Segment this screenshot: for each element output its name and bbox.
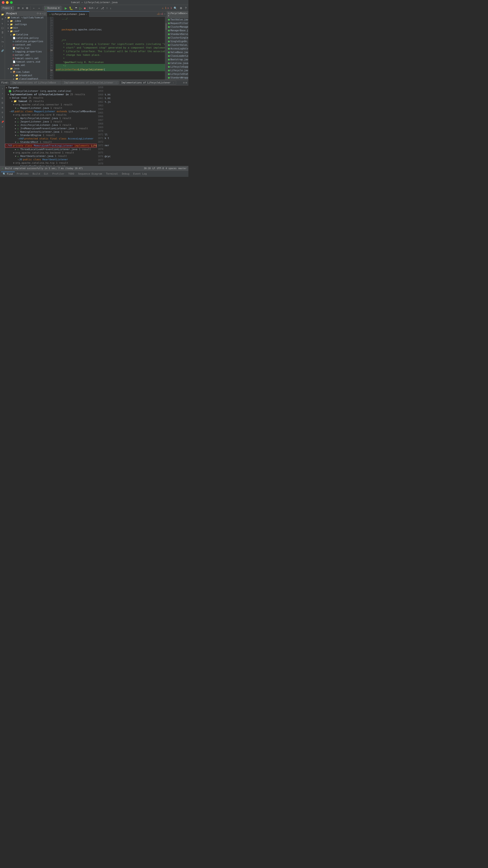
- maximize-button[interactable]: [10, 1, 13, 4]
- results-down-icon[interactable]: ↓: [0, 91, 4, 95]
- run2-button[interactable]: ▷: [79, 6, 83, 10]
- results-filter-icon[interactable]: ⚙: [0, 96, 4, 100]
- results-naming-file[interactable]: ▶☕ NamingContextListener.java 1 result: [5, 130, 97, 133]
- list-item[interactable]: ▶📁classloadtest: [5, 77, 47, 80]
- tree-root[interactable]: ▼ 📁 tomcat ~/gitlab/tomcat: [5, 16, 47, 19]
- panel-close-icon[interactable]: −: [42, 12, 44, 15]
- right-panel-item[interactable]: LifecycleSuppor...: [167, 65, 189, 69]
- back-icon[interactable]: ←: [32, 6, 36, 10]
- run-button[interactable]: ▶: [64, 6, 68, 10]
- find-settings-icon[interactable]: ⚙: [183, 81, 185, 84]
- right-panel-item[interactable]: ClusterValve.ja...: [167, 43, 189, 47]
- find-tab-3-close[interactable]: ✕: [173, 82, 174, 84]
- right-panel-item[interactable]: TestValve.java: [167, 18, 189, 22]
- run-config-button[interactable]: Bootstrap ▼: [44, 6, 61, 10]
- coverage-icon[interactable]: ☂: [74, 6, 78, 10]
- results-value-read[interactable]: ▼ Value read 25 results: [5, 96, 97, 99]
- json-parser-icon[interactable]: {}: [0, 26, 4, 30]
- right-panel-item[interactable]: ManagerBase.ja...: [167, 29, 189, 32]
- results-tomcat-group[interactable]: ▼ 📁 tomcat 25 results: [5, 99, 97, 103]
- list-item[interactable]: 📄tomcat-users.xsd: [5, 60, 47, 63]
- minimize-button[interactable]: [6, 1, 9, 4]
- panel-expand-icon[interactable]: □: [44, 12, 46, 15]
- results-connector-pkg[interactable]: ▼ org.apache.catalina.connector 1 result: [5, 103, 97, 106]
- tab-close-icon[interactable]: ✕: [86, 13, 87, 16]
- list-item[interactable]: ⚙catalina.properties: [5, 40, 47, 43]
- project-button[interactable]: Project ▼: [1, 6, 14, 10]
- results-pin-icon[interactable]: 📌: [0, 120, 4, 124]
- code-editor[interactable]: .../ package org.apache.catalina; /** * …: [54, 17, 165, 80]
- list-item[interactable]: ▶📁broadcast: [5, 74, 47, 77]
- pull-requests-icon[interactable]: ⇅: [0, 21, 4, 25]
- right-panel-item[interactable]: AccessLogValv...: [167, 47, 189, 51]
- structure-icon[interactable]: ⊞: [0, 17, 4, 21]
- scrollbar-thumb[interactable]: [166, 23, 167, 30]
- results-up-icon[interactable]: ↑: [0, 86, 4, 91]
- close-button[interactable]: [2, 1, 4, 4]
- results-collapse-icon[interactable]: ⊟: [0, 110, 4, 114]
- panel-sync-icon[interactable]: ⟳: [37, 12, 39, 15]
- results-impls-header[interactable]: ▼ Implementations of LifecycleListener i…: [5, 93, 97, 96]
- right-panel-item[interactable]: SingleSignOn.ja...: [167, 40, 189, 43]
- right-panel-item[interactable]: Lifecycle.java: [167, 69, 189, 72]
- bottom-tab-debug[interactable]: Debug: [120, 172, 131, 176]
- results-hatcp-pkg[interactable]: ▼ org.apache.catalina.ha.tcp 1 result: [5, 161, 97, 165]
- panel-settings-icon[interactable]: ⚙: [39, 12, 41, 15]
- right-panel-item[interactable]: StandardWrapp...: [167, 76, 189, 80]
- results-close-icon[interactable]: ✕: [0, 124, 4, 129]
- results-standardengine-match[interactable]: ↪ 440 protected static final class Acces…: [5, 137, 97, 141]
- bottom-tab-problems[interactable]: Problems: [15, 172, 31, 176]
- results-targets-header[interactable]: ▼ Targets: [5, 86, 97, 89]
- list-item[interactable]: 📝hello.txt: [5, 46, 47, 50]
- project-icon[interactable]: 📁: [0, 12, 4, 16]
- results-apr-file[interactable]: ▶☕ AprLifecycleListener.java 1 result: [5, 117, 97, 120]
- results-mapper-file[interactable]: ▼ ☕ MapperListener.java 1 result: [5, 106, 97, 110]
- find-tab-1[interactable]: Implementations of LifecycleBase ✕: [10, 81, 61, 85]
- sync-icon[interactable]: ⟳: [17, 6, 21, 10]
- git-check-icon[interactable]: ✓: [95, 6, 99, 10]
- bottom-tab-profiler[interactable]: Profiler: [50, 172, 66, 176]
- bottom-tab-eventlog[interactable]: Event Log: [132, 172, 149, 176]
- bottom-tab-sequence[interactable]: Sequence Diagram: [76, 172, 104, 176]
- results-standardhost-match[interactable]: ↪ 745 private class MemoryLeakTrackingLi…: [5, 144, 97, 148]
- forward-icon[interactable]: →: [37, 6, 41, 10]
- find-tab-1-close[interactable]: ✕: [58, 82, 59, 84]
- results-target-item[interactable]: ⬤ LifecycleListener (org.apache.catalina…: [5, 89, 97, 93]
- list-item[interactable]: ▶📁Catalina: [5, 33, 47, 36]
- list-item[interactable]: ▶📁bin: [5, 26, 47, 29]
- results-heartbeat-match[interactable]: ↪ 36 public class HeartbeatListener: [5, 158, 97, 161]
- list-item[interactable]: ▼📁java: [5, 67, 47, 70]
- find-tab-2-close[interactable]: ✕: [116, 82, 117, 84]
- right-panel-item[interactable]: StandardServic...: [167, 32, 189, 36]
- gear-icon[interactable]: ⚙: [179, 6, 183, 10]
- list-item[interactable]: ▶📁.idea: [5, 19, 47, 23]
- window-controls[interactable]: [2, 1, 13, 4]
- results-standardhost-file[interactable]: ▼ ☕ StandardHost 1 result: [5, 141, 97, 144]
- bottom-tab-terminal[interactable]: Terminal: [104, 172, 120, 176]
- results-jni-file[interactable]: ▶☕ JniLifecycleListener.java 1 result: [5, 123, 97, 127]
- bottom-tab-git[interactable]: Git: [42, 172, 50, 176]
- right-panel-item[interactable]: Bootstrap.java: [167, 58, 189, 61]
- list-item[interactable]: ▼📁conf: [5, 29, 47, 33]
- debug-button[interactable]: 🐛: [68, 6, 74, 10]
- list-item[interactable]: ⊡tomcat-users.xml: [5, 57, 47, 60]
- right-panel-item[interactable]: RequestFilterVa...: [167, 22, 189, 25]
- results-habackend-pkg[interactable]: ▼ org.apache.catalina.ha.backend 1 resul…: [5, 151, 97, 154]
- editor-scrollbar[interactable]: [165, 17, 167, 80]
- right-panel-item[interactable]: Catalina.java: [167, 61, 189, 65]
- results-mapper-match[interactable]: ↪ 48 public class MapperListener extends…: [5, 110, 97, 113]
- bottom-tab-todo[interactable]: TODO: [66, 172, 76, 176]
- right-panel-item[interactable]: ClusterSingleSi...: [167, 36, 189, 40]
- results-group-icon[interactable]: ☰: [0, 101, 4, 105]
- right-panel-item[interactable]: ValveBase.java: [167, 51, 189, 54]
- right-panel-item[interactable]: ClassLoaderLog...: [167, 54, 189, 58]
- find-tab-3[interactable]: Implementations of LifecycleListener ✕: [119, 81, 176, 85]
- tab-lifecycle-listener[interactable]: ☕ LifecycleListener.java ✕: [47, 11, 89, 17]
- find-tab-2[interactable]: Implementations of LifecycleListener ✕: [62, 81, 119, 85]
- results-expand-icon[interactable]: ⊞: [0, 105, 4, 110]
- list-item[interactable]: ▶📁.settings: [5, 23, 47, 26]
- list-item[interactable]: ⊡context.xml: [5, 43, 47, 46]
- results-jasper-file[interactable]: ▶☕ JasperListener.java 1 result: [5, 120, 97, 123]
- todo-icon[interactable]: ☑: [0, 35, 4, 39]
- help-icon[interactable]: ?: [184, 6, 188, 10]
